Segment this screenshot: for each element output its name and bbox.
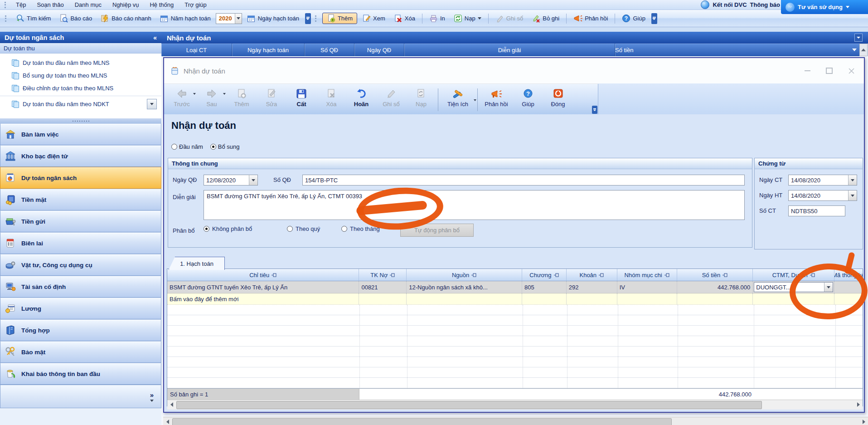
print-button[interactable]: In — [426, 13, 449, 24]
ket-noi-dvc-link[interactable]: Kết nối DVC — [713, 1, 747, 8]
ngay-ct-input[interactable]: 14/08/2020 — [788, 175, 857, 186]
toolbar-overflow-icon[interactable] — [651, 13, 657, 24]
sidebar-splitter[interactable] — [0, 118, 161, 123]
pin-icon[interactable] — [810, 273, 815, 277]
cell-nhom-muc-chi[interactable]: IV — [617, 281, 677, 293]
ctmt-du-an-combobox[interactable]: DUONGGT... — [754, 282, 833, 292]
collapse-sidebar-icon[interactable]: « — [153, 34, 157, 41]
radio-dau-nam[interactable]: Đầu năm — [171, 143, 203, 150]
pin-icon[interactable] — [471, 273, 476, 277]
column-so-tien[interactable]: Số tiền — [615, 44, 859, 56]
sidebar-item-kho-bac-dien-tu[interactable]: Kho bạc điện tử — [0, 145, 161, 167]
unpost-button[interactable]: Bỏ ghi — [528, 13, 563, 24]
quick-report-button[interactable]: Báo cáo nhanh — [97, 13, 155, 24]
column-so-tien[interactable]: Số tiền — [677, 269, 753, 281]
dien-giai-input[interactable]: BSMT đường GTNT tuyến Xẻo Trê, ấp Lý Ấn,… — [204, 190, 745, 220]
chevron-down-icon[interactable] — [848, 175, 857, 185]
cell-ma-thong-ke[interactable] — [834, 281, 863, 293]
toolbar-overflow-icon[interactable] — [592, 106, 597, 114]
search-button[interactable]: Tìm kiếm — [12, 13, 54, 24]
sidebar-item-tai-san-co-dinh[interactable]: Tài sản cố định — [0, 276, 161, 298]
refresh-button[interactable]: Nạp — [450, 13, 485, 24]
radio-khong-phan-bo[interactable]: Không phân bổ — [204, 225, 252, 232]
sidebar-item-tien-gui[interactable]: Tiền gửi — [0, 210, 161, 232]
add-button[interactable]: Thêm — [322, 13, 357, 24]
delete-record-button[interactable]: Xóa — [316, 86, 346, 114]
posting-date-button[interactable]: Ngày hạch toán — [243, 13, 303, 24]
sidebar-item-tong-hop[interactable]: Tổng hợp — [0, 319, 161, 341]
ngay-qd-input[interactable]: 12/08/2020 — [204, 175, 258, 186]
radio-bo-sung[interactable]: Bổ sung — [210, 143, 240, 150]
report-button[interactable]: Báo cáo — [56, 13, 96, 24]
sidebar-item-luong[interactable]: Lương — [0, 298, 161, 319]
fiscal-year-button[interactable]: Năm hạch toán — [156, 13, 214, 24]
sidebar-item-bien-lai[interactable]: Biên lai — [0, 232, 161, 254]
tab-hach-toan[interactable]: 1. Hạch toán — [169, 257, 225, 270]
sidebar-item-khai-bao-thong-tin[interactable]: Khai báo thông tin ban đầu — [0, 363, 161, 385]
pin-icon[interactable] — [723, 273, 727, 277]
undo-button[interactable]: Hoãn — [346, 86, 376, 114]
column-tk-no[interactable]: TK Nợ — [359, 269, 407, 281]
cell-so-tien[interactable]: 442.768.000 — [677, 281, 753, 293]
save-button[interactable]: Cất — [286, 86, 316, 114]
chevron-down-icon[interactable] — [147, 99, 157, 109]
tree-item-dieu-chinh-du-toan-thu[interactable]: Điều chỉnh dự toán thu theo MLNS — [0, 82, 161, 94]
column-ngay-qd[interactable]: Ngày QĐ — [354, 44, 404, 56]
pin-icon[interactable] — [390, 273, 395, 277]
sidebar-item-du-toan-ngan-sach[interactable]: Dự toán ngân sách — [0, 167, 161, 189]
cell-tk-no[interactable]: 00821 — [359, 281, 407, 293]
scroll-left-arrow[interactable] — [168, 401, 175, 408]
cell-ctmt-du-an[interactable]: DUONGGT... — [753, 281, 834, 293]
cell-khoan[interactable]: 292 — [567, 281, 617, 293]
menu-danh-muc[interactable]: Danh mục — [69, 0, 107, 9]
scroll-left-arrow[interactable] — [164, 418, 171, 425]
column-loai-ct[interactable]: Loại CT — [161, 44, 232, 56]
cell-chuong[interactable]: 805 — [522, 281, 567, 293]
feedback-dialog-button[interactable]: Phản hồi — [480, 86, 513, 114]
view-button[interactable]: Xem — [359, 13, 389, 24]
pin-icon[interactable] — [664, 273, 669, 277]
chevron-down-icon[interactable] — [150, 400, 154, 402]
chevron-down-icon[interactable] — [478, 17, 481, 20]
post-button[interactable]: Ghi sổ — [492, 13, 527, 24]
column-khoan[interactable]: Khoản — [567, 269, 617, 281]
thong-bao-link[interactable]: Thông báo — [750, 1, 780, 8]
so-qd-input[interactable]: 154/TB-PTC — [302, 175, 745, 186]
post-record-button[interactable]: Ghi sổ — [376, 86, 406, 114]
more-buttons-icon[interactable]: » — [150, 391, 154, 399]
column-ctmt-du-an[interactable]: CTMT, Dự án — [753, 269, 834, 281]
column-nguon[interactable]: Nguồn — [407, 269, 522, 281]
feedback-button[interactable]: Phản hồi — [570, 13, 611, 24]
chevron-down-icon[interactable] — [824, 283, 833, 292]
sidebar-item-tien-mat[interactable]: Tiền mặt — [0, 189, 161, 210]
toolbar-grip[interactable] — [5, 15, 8, 22]
auto-hide-icon[interactable] — [854, 34, 863, 42]
column-ngay-hach-toan[interactable]: Ngày hạch toán — [232, 44, 305, 56]
cell-chi-tieu[interactable]: BSMT đường GTNT tuyến Xẻo Trê, ấp Lý Ấn — [167, 281, 359, 293]
toolbar-grip[interactable] — [5, 2, 8, 8]
edit-record-button[interactable]: Sửa — [257, 86, 286, 114]
filter-icon[interactable] — [852, 49, 857, 51]
column-dien-giai[interactable]: Diễn giải — [404, 44, 615, 56]
radio-theo-thang[interactable]: Theo tháng — [341, 225, 380, 232]
window-horizontal-scrollbar[interactable] — [163, 417, 868, 425]
cell-nguon[interactable]: 12-Nguồn ngân sách xã khô... — [407, 281, 522, 293]
tree-item-du-toan-thu-mlns[interactable]: Dự toán thu đầu năm theo MLNS — [0, 56, 161, 69]
grid-add-row[interactable]: Bấm vào đây để thêm mới — [167, 293, 863, 305]
minimize-icon[interactable] — [805, 70, 810, 71]
ngay-ht-input[interactable]: 14/08/2020 — [788, 190, 857, 201]
help-dialog-button[interactable]: ? Giúp — [513, 86, 543, 114]
tree-item-bo-sung-du-toan-thu[interactable]: Bổ sung dự toán thu theo MLNS — [0, 69, 161, 82]
pin-icon[interactable] — [554, 273, 559, 277]
utilities-button[interactable]: Tiện ích — [440, 86, 475, 114]
load-button[interactable]: Nạp — [406, 86, 436, 114]
sidebar-more-panel[interactable]: » — [0, 385, 161, 408]
so-ct-input[interactable]: NDTBS50 — [788, 205, 845, 216]
pin-icon[interactable] — [272, 273, 276, 277]
sidebar-item-bao-mat[interactable]: Bảo mật — [0, 341, 161, 363]
column-ma-thong-ke[interactable]: Mã thống kê — [834, 269, 863, 281]
menu-tro-giup[interactable]: Trợ giúp — [179, 0, 212, 9]
menu-nghiep-vu[interactable]: Nghiệp vụ — [107, 0, 145, 9]
back-button[interactable]: Trước — [167, 86, 197, 114]
sidebar-item-vat-tu-ccdc[interactable]: Vật tư, Công cụ dụng cụ — [0, 254, 161, 276]
